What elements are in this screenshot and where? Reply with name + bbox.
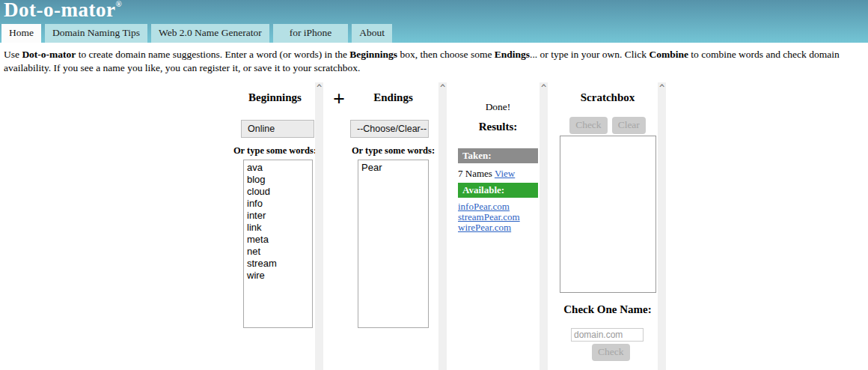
available-domain-link[interactable]: infoPear.com [458,201,520,212]
tab-for-iphone[interactable]: for iPhone [273,24,349,43]
scratchbox-panel: Scratchbox Check Clear Check One Name: C… [557,82,666,370]
results-scrollbar[interactable]: ^ [540,82,548,370]
beginnings-select[interactable]: Online [241,120,314,138]
instructions-segment: ... or type in your own. Click [530,49,649,60]
available-bar: Available: [458,183,538,198]
available-domains: infoPear.comstreamPear.comwirePear.com [458,201,520,233]
scratchbox-clear-button[interactable]: Clear [612,117,646,134]
endings-select[interactable]: --Choose/Clear-- [350,120,429,138]
instructions-segment: Dot-o-mator [22,49,76,60]
endings-heading: Endings [348,91,438,104]
endings-scrollbar[interactable]: ^ [438,82,447,370]
beginnings-panel: Beginnings Online Or type some words: ^ [227,82,323,370]
results-heading: Results: [456,121,540,133]
taken-bar: Taken: [458,148,538,163]
instructions-segment: box, then choose some [397,49,495,60]
scratchbox-scrollbar[interactable]: ^ [658,82,666,370]
beginnings-scrollbar[interactable]: ^ [315,82,323,370]
taken-count: 7 Names [458,168,492,179]
available-domain-link[interactable]: streamPear.com [458,212,520,222]
scroll-up-icon[interactable]: ^ [658,82,666,92]
endings-type-label: Or type some words: [348,145,438,157]
endings-textarea[interactable] [358,160,429,328]
domain-input[interactable] [571,328,644,342]
status-text: Done! [456,101,540,113]
tab-web20-name-generator[interactable]: Web 2.0 Name Generator [151,24,269,43]
registered-trademark: ® [115,0,122,8]
site-logo: Dot-o-mator® [4,0,122,22]
tab-domain-naming-tips[interactable]: Domain Naming Tips [45,24,147,43]
scroll-up-icon[interactable]: ^ [438,82,447,92]
scroll-up-icon[interactable]: ^ [315,82,323,92]
instructions-segment: Combine [649,49,688,60]
plus-sign: + [329,88,349,109]
instructions: Use Dot-o-mator to create domain name su… [4,48,864,75]
check-one-name-heading: Check One Name: [557,303,658,316]
taken-count-line: 7 Names View [458,168,515,180]
scratchbox-check-button[interactable]: Check [569,117,608,134]
endings-panel: Endings --Choose/Clear-- Or type some wo… [348,82,447,370]
site-title: Dot-o-mator [4,0,115,21]
results-panel: Done! Results: Taken: 7 Names View Avail… [456,82,548,370]
instructions-segment: Beginnings [349,49,397,60]
beginnings-heading: Beginnings [227,91,323,104]
instructions-segment: Use [4,49,22,60]
scroll-up-icon[interactable]: ^ [540,82,548,92]
scratchbox-list[interactable] [560,136,656,293]
beginnings-textarea[interactable] [243,160,313,328]
page: Dot-o-mator® Home Domain Naming Tips Web… [0,0,868,370]
header: Dot-o-mator® Home Domain Naming Tips Web… [0,0,868,43]
scratchbox-buttons: Check Clear [557,117,658,134]
instructions-segment: Endings [495,49,530,60]
available-domain-link[interactable]: wirePear.com [458,222,520,233]
tab-home[interactable]: Home [1,24,41,43]
tab-about[interactable]: About [352,24,392,43]
instructions-segment: to create domain name suggestions. Enter… [76,49,349,60]
tab-bar: Home Domain Naming Tips Web 2.0 Name Gen… [1,24,392,43]
view-taken-link[interactable]: View [495,168,515,179]
beginnings-type-label: Or type some words: [227,145,323,157]
check-one-name-button[interactable]: Check [592,344,630,361]
scratchbox-heading: Scratchbox [557,91,658,104]
